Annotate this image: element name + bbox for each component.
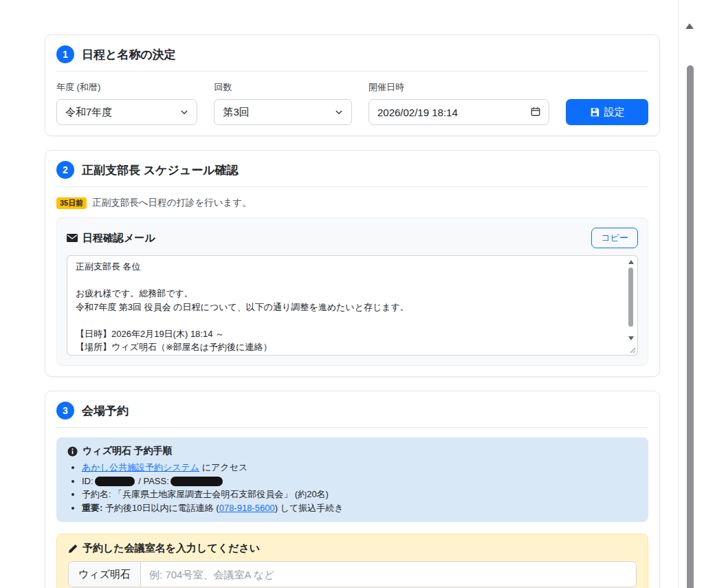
room-box-title: 予約した会議室名を入力してください — [68, 542, 637, 555]
venue-info-title-text: ウィズ明石 予約手順 — [82, 445, 173, 457]
chevron-down-icon — [180, 107, 188, 118]
scroll-up-icon[interactable] — [628, 260, 634, 264]
important-post-text: ) して振込手続き — [275, 503, 344, 513]
pencil-icon — [68, 544, 78, 554]
step2-card: 2 正副支部長 スケジュール確認 35日前 正副支部長へ日程の打診を行います。 … — [45, 150, 660, 377]
room-prefix: ウィズ明石 — [69, 562, 141, 587]
year-label: 年度 (和暦) — [56, 81, 197, 94]
round-field: 回数 第3回 — [214, 81, 351, 125]
content-edge-divider — [678, 0, 679, 588]
divider — [56, 186, 648, 187]
days-before-badge: 35日前 — [56, 197, 87, 209]
datetime-value: 2026/02/19 18:14 — [377, 107, 458, 118]
step2-title: 正副支部長 スケジュール確認 — [82, 162, 239, 178]
list-item: 予約名: 「兵庫県土地家屋調査士会明石支部役員会」 (約20名) — [82, 488, 637, 501]
textarea-scrollbar[interactable] — [627, 257, 636, 354]
round-label: 回数 — [214, 81, 351, 94]
textarea-scroll-thumb[interactable] — [628, 268, 633, 327]
id-label: ID: — [82, 476, 94, 486]
step1-fields-row: 年度 (和暦) 令和7年度 回数 第3回 — [56, 81, 648, 125]
room-input-group: ウィズ明石 — [68, 561, 637, 587]
year-select-value: 令和7年度 — [65, 106, 112, 119]
chevron-down-icon — [335, 107, 343, 118]
step1-header: 1 日程と名称の決定 — [56, 45, 648, 63]
step2-description-row: 35日前 正副支部長へ日程の打診を行います。 — [56, 197, 648, 209]
datetime-field: 開催日時 2026/02/19 18:14 — [368, 81, 549, 125]
phone-link[interactable]: 078-918-5600 — [219, 503, 275, 513]
year-select[interactable]: 令和7年度 — [56, 99, 197, 125]
page-scrollbar-thumb[interactable] — [687, 65, 694, 588]
resize-grip[interactable] — [630, 347, 636, 353]
list-item: あかし公共施設予約システム にアクセス — [82, 461, 637, 475]
pass-redacted — [170, 477, 223, 486]
mail-panel-header: 日程確認メール コピー — [67, 228, 638, 248]
round-select-value: 第3回 — [223, 106, 249, 119]
page: 1 日程と名称の決定 年度 (和暦) 令和7年度 回数 — [0, 0, 704, 588]
mail-panel-title: 日程確認メール — [67, 232, 155, 245]
id-redacted — [95, 477, 135, 486]
main-content: 1 日程と名称の決定 年度 (和暦) 令和7年度 回数 — [45, 34, 660, 588]
venue-steps-list: あかし公共施設予約システム にアクセス ID: / PASS: 予約名: 「兵庫… — [67, 461, 637, 514]
important-pre-text: 予約後10日以内に電話連絡 ( — [102, 503, 219, 513]
divider — [56, 71, 648, 72]
booking-link-suffix: にアクセス — [199, 462, 248, 472]
datetime-label: 開催日時 — [368, 81, 549, 94]
list-item: 重要: 予約後10日以内に電話連絡 (078-918-5600) して振込手続き — [82, 501, 637, 515]
set-button-label: 設定 — [604, 106, 625, 119]
room-name-box: 予約した会議室名を入力してください ウィズ明石 ※ここに入力すると、下の招集メー… — [56, 534, 648, 588]
calendar-icon[interactable] — [531, 107, 540, 118]
scroll-down-icon[interactable] — [628, 336, 634, 340]
round-select[interactable]: 第3回 — [214, 99, 351, 125]
step2-number-badge: 2 — [56, 161, 74, 179]
step2-header: 2 正副支部長 スケジュール確認 — [56, 161, 648, 179]
step3-header: 3 会場予約 — [56, 402, 648, 420]
venue-info-box: ウィズ明石 予約手順 あかし公共施設予約システム にアクセス ID: / PAS… — [56, 437, 648, 522]
booking-system-link[interactable]: あかし公共施設予約システム — [82, 462, 199, 472]
step2-description: 正副支部長へ日程の打診を行います。 — [92, 197, 251, 209]
step1-number-badge: 1 — [56, 45, 74, 63]
step3-card: 3 会場予約 ウィズ明石 予約手順 あかし公共施設予約システム にアクセス ID… — [45, 391, 660, 588]
set-button[interactable]: 設定 — [566, 99, 648, 125]
reservation-name-text: 予約名: 「兵庫県土地家屋調査士会明石支部役員会」 (約20名) — [82, 489, 329, 499]
mail-body-text: 正副支部長 各位 お疲れ様です。総務部です。 令和7年度 第3回 役員会 の日程… — [67, 256, 625, 356]
room-name-input[interactable] — [141, 562, 636, 587]
pass-label: / PASS: — [136, 476, 169, 486]
important-label: 重要: — [82, 503, 102, 513]
step3-number-badge: 3 — [56, 402, 74, 420]
divider — [56, 427, 648, 428]
copy-button[interactable]: コピー — [591, 228, 638, 248]
list-item: ID: / PASS: — [82, 475, 637, 488]
step3-title: 会場予約 — [82, 403, 129, 419]
step1-title: 日程と名称の決定 — [82, 47, 176, 63]
mail-body-textarea[interactable]: 正副支部長 各位 お疲れ様です。総務部です。 令和7年度 第3回 役員会 の日程… — [67, 255, 638, 356]
mail-panel: 日程確認メール コピー 正副支部長 各位 お疲れ様です。総務部です。 令和7年度… — [56, 217, 648, 366]
step1-card: 1 日程と名称の決定 年度 (和暦) 令和7年度 回数 — [45, 34, 660, 136]
save-icon — [590, 107, 600, 117]
info-icon — [67, 446, 78, 457]
page-scroll-up-icon[interactable] — [685, 23, 694, 29]
mail-title-text: 日程確認メール — [82, 232, 155, 245]
venue-info-title: ウィズ明石 予約手順 — [67, 445, 637, 457]
envelope-icon — [67, 234, 78, 242]
meeting-datetime-input[interactable]: 2026/02/19 18:14 — [368, 99, 549, 125]
room-box-title-text: 予約した会議室名を入力してください — [82, 542, 260, 555]
year-field: 年度 (和暦) 令和7年度 — [56, 81, 197, 125]
